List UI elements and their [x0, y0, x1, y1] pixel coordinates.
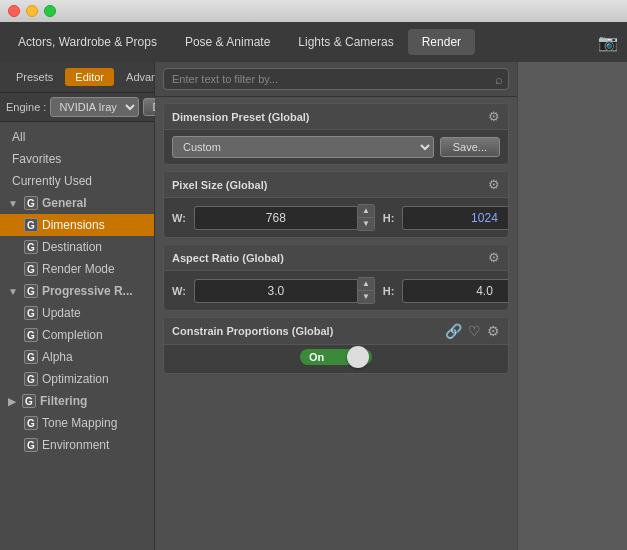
w-spin-down[interactable]: ▼ [358, 218, 374, 230]
g-icon: G [24, 328, 38, 342]
w-input-wrap: ▲ ▼ [194, 204, 375, 231]
sidebar-item-destination[interactable]: G Destination [0, 236, 154, 258]
g-icon: G [24, 350, 38, 364]
w-spin-up[interactable]: ▲ [358, 278, 374, 290]
constrain-proportions-header: Constrain Proportions (Global) 🔗 ♡ ⚙ [164, 318, 508, 345]
dimension-preset-header: Dimension Preset (Global) ⚙ [164, 104, 508, 130]
sidebar-item-alpha[interactable]: G Alpha [0, 346, 154, 368]
h-label: H: [383, 212, 395, 224]
filter-row: ⌕ [155, 62, 517, 97]
g-icon: G [24, 416, 38, 430]
h-label: H: [383, 285, 395, 297]
g-icon: G [24, 438, 38, 452]
sidebar-item-update[interactable]: G Update [0, 302, 154, 324]
constrain-icons: 🔗 ♡ ⚙ [445, 323, 500, 339]
pixel-size-body: W: ▲ ▼ H: [164, 198, 508, 237]
g-icon: G [24, 262, 38, 276]
w-spin-up[interactable]: ▲ [358, 205, 374, 217]
nav-label: Environment [42, 438, 109, 452]
preset-row: Custom Save... [172, 136, 500, 158]
filter-input-wrap: ⌕ [163, 68, 509, 90]
nav-label: Update [42, 306, 81, 320]
save-button[interactable]: Save... [440, 137, 500, 157]
gear-icon[interactable]: ⚙ [487, 323, 500, 339]
link-icon[interactable]: 🔗 [445, 323, 462, 339]
w-spin-down[interactable]: ▼ [358, 291, 374, 303]
main-content: Presets Editor Advanced 📷 Render ≡ Engin… [0, 62, 627, 550]
sidebar-item-favorites[interactable]: Favorites [0, 148, 154, 170]
constrain-proportions-title: Constrain Proportions (Global) [172, 325, 445, 337]
heart-icon[interactable]: ♡ [468, 323, 481, 339]
search-icon: ⌕ [495, 72, 503, 87]
gear-icon[interactable]: ⚙ [488, 250, 500, 265]
nav-label: Filtering [40, 394, 87, 408]
nav-label: Optimization [42, 372, 109, 386]
g-icon: G [24, 284, 38, 298]
minimize-button[interactable] [26, 5, 38, 17]
tab-presets[interactable]: Presets [6, 68, 63, 86]
nav-label: General [42, 196, 87, 210]
aspect-height-input[interactable] [402, 279, 509, 303]
sidebar-item-currently-used[interactable]: Currently Used [0, 170, 154, 192]
pixel-size-wh-row: W: ▲ ▼ H: [172, 204, 500, 231]
aspect-ratio-wh-row: W: ▲ ▼ H: [172, 277, 500, 304]
chevron-down-icon: ▼ [8, 198, 18, 209]
far-right-panel [517, 62, 627, 550]
traffic-lights [8, 5, 56, 17]
nav-label: Render Mode [42, 262, 115, 276]
toggle-wrap: On [164, 345, 508, 373]
sidebar-item-general[interactable]: ▼ G General [0, 192, 154, 214]
pixel-size-title: Pixel Size (Global) [172, 179, 488, 191]
title-bar [0, 0, 627, 22]
chevron-right-icon: ▶ [8, 396, 16, 407]
nav-label: Destination [42, 240, 102, 254]
left-panel: Presets Editor Advanced 📷 Render ≡ Engin… [0, 62, 155, 550]
menu-item-actors[interactable]: Actors, Wardrobe & Props [4, 29, 171, 55]
camera-icon[interactable]: 📷 [593, 30, 623, 54]
preset-select[interactable]: Custom [172, 136, 434, 158]
dimension-preset-card: Dimension Preset (Global) ⚙ Custom Save.… [163, 103, 509, 165]
engine-select[interactable]: NVIDIA Iray [50, 97, 139, 117]
menu-item-lights[interactable]: Lights & Cameras [284, 29, 407, 55]
search-input[interactable] [163, 68, 509, 90]
h-input-wrap: ▲ ▼ [402, 204, 509, 231]
tabs-row: Presets Editor Advanced 📷 Render ≡ [0, 62, 154, 93]
pixel-size-card: Pixel Size (Global) ⚙ W: ▲ ▼ [163, 171, 509, 238]
g-icon: G [24, 306, 38, 320]
tab-editor[interactable]: Editor [65, 68, 114, 86]
aspect-width-input[interactable] [194, 279, 358, 303]
right-panel: ⌕ Dimension Preset (Global) ⚙ Custom Sav… [155, 62, 517, 550]
aspect-ratio-header: Aspect Ratio (Global) ⚙ [164, 245, 508, 271]
nav-label: Tone Mapping [42, 416, 117, 430]
sidebar-item-dimensions[interactable]: G Dimensions [0, 214, 154, 236]
sidebar-item-progressive-r[interactable]: ▼ G Progressive R... [0, 280, 154, 302]
sidebar-item-render-mode[interactable]: G Render Mode [0, 258, 154, 280]
chevron-down-icon: ▼ [8, 286, 18, 297]
sidebar-item-tone-mapping[interactable]: G Tone Mapping [0, 412, 154, 434]
constrain-toggle[interactable]: On [300, 349, 372, 365]
maximize-button[interactable] [44, 5, 56, 17]
sidebar-item-optimization[interactable]: G Optimization [0, 368, 154, 390]
w-input-wrap: ▲ ▼ [194, 277, 375, 304]
nav-label: Dimensions [42, 218, 105, 232]
g-icon: G [24, 218, 38, 232]
pixel-height-input[interactable] [402, 206, 509, 230]
toggle-label: On [303, 351, 324, 363]
menu-item-render[interactable]: Render [408, 29, 475, 55]
menu-item-pose[interactable]: Pose & Animate [171, 29, 284, 55]
sidebar-item-environment[interactable]: G Environment [0, 434, 154, 456]
nav-label: Favorites [12, 152, 61, 166]
close-button[interactable] [8, 5, 20, 17]
pixel-width-input[interactable] [194, 206, 358, 230]
sidebar-item-all[interactable]: All [0, 126, 154, 148]
sidebar-item-completion[interactable]: G Completion [0, 324, 154, 346]
sidebar-item-filtering[interactable]: ▶ G Filtering [0, 390, 154, 412]
w-label: W: [172, 212, 186, 224]
nav-list: All Favorites Currently Used ▼ G General… [0, 122, 154, 550]
engine-row: Engine : NVIDIA Iray Defaults [0, 93, 154, 122]
gear-icon[interactable]: ⚙ [488, 177, 500, 192]
aspect-ratio-title: Aspect Ratio (Global) [172, 252, 488, 264]
gear-icon[interactable]: ⚙ [488, 109, 500, 124]
pixel-size-header: Pixel Size (Global) ⚙ [164, 172, 508, 198]
aspect-ratio-card: Aspect Ratio (Global) ⚙ W: ▲ ▼ [163, 244, 509, 311]
